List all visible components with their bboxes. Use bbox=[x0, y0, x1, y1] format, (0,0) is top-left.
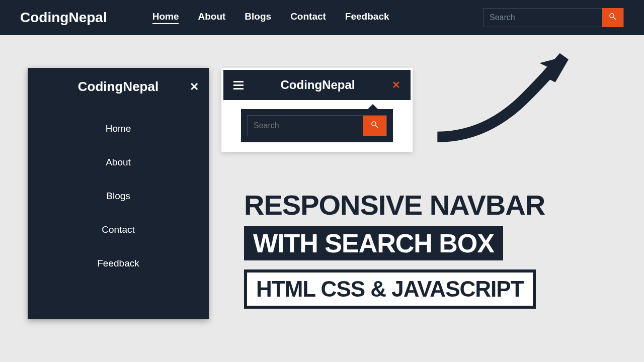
nav-link-home[interactable]: Home bbox=[152, 11, 179, 24]
close-icon[interactable]: ✕ bbox=[190, 80, 199, 94]
nav-link-feedback[interactable]: Feedback bbox=[345, 11, 389, 24]
mobile-brand-logo[interactable]: CodingNepal bbox=[78, 79, 158, 95]
close-icon[interactable]: ✕ bbox=[392, 79, 400, 91]
nav-link-contact[interactable]: Contact bbox=[290, 11, 326, 24]
compact-brand-logo[interactable]: CodingNepal bbox=[281, 78, 355, 92]
main-navbar: CodingNepal Home About Blogs Contact Fee… bbox=[0, 0, 644, 35]
compact-navbar-panel: CodingNepal ✕ bbox=[221, 68, 413, 152]
compact-search-button[interactable] bbox=[363, 116, 386, 136]
mobile-link-about[interactable]: About bbox=[106, 157, 131, 168]
search-container bbox=[483, 8, 624, 27]
headline-block: RESPONSIVE NAVBAR WITH SEARCH BOX HTML C… bbox=[244, 189, 545, 309]
mobile-nav-links: Home About Blogs Contact Feedback bbox=[28, 106, 209, 269]
compact-search-container bbox=[247, 115, 387, 136]
search-icon bbox=[608, 12, 617, 23]
mobile-header: CodingNepal ✕ bbox=[28, 68, 209, 106]
headline-line2: WITH SEARCH BOX bbox=[244, 226, 503, 260]
mobile-link-contact[interactable]: Contact bbox=[102, 224, 134, 235]
headline-line3: HTML CSS & JAVASCRIPT bbox=[244, 269, 536, 309]
mobile-menu-panel: CodingNepal ✕ Home About Blogs Contact F… bbox=[28, 68, 209, 319]
mobile-link-blogs[interactable]: Blogs bbox=[106, 191, 130, 202]
hamburger-icon[interactable] bbox=[233, 81, 244, 89]
compact-header: CodingNepal ✕ bbox=[223, 70, 411, 100]
search-dropdown bbox=[241, 109, 393, 142]
nav-links: Home About Blogs Contact Feedback bbox=[152, 11, 438, 24]
mobile-link-home[interactable]: Home bbox=[106, 123, 131, 134]
search-input[interactable] bbox=[484, 13, 602, 22]
search-icon bbox=[370, 120, 379, 131]
nav-link-blogs[interactable]: Blogs bbox=[245, 11, 271, 24]
compact-search-input[interactable] bbox=[248, 116, 363, 136]
mobile-link-feedback[interactable]: Feedback bbox=[97, 258, 139, 269]
headline-line1: RESPONSIVE NAVBAR bbox=[244, 189, 545, 221]
nav-link-about[interactable]: About bbox=[198, 11, 225, 24]
brand-logo[interactable]: CodingNepal bbox=[20, 10, 107, 26]
arrow-icon bbox=[428, 48, 574, 150]
search-button[interactable] bbox=[602, 8, 623, 27]
